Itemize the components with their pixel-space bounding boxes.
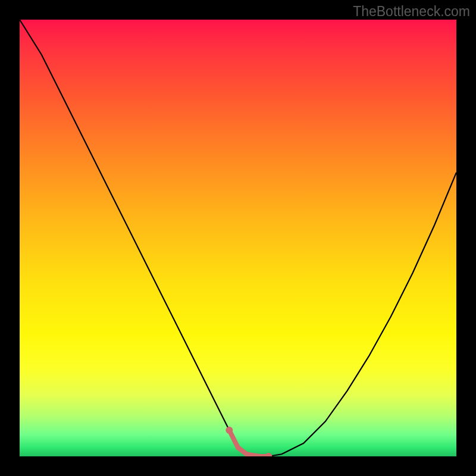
svg-point-3 [245, 452, 249, 456]
svg-point-2 [236, 445, 240, 450]
bottleneck-curve [20, 20, 456, 456]
chart-plot-area [20, 20, 456, 456]
watermark-text: TheBottleneck.com [353, 4, 470, 20]
svg-point-1 [265, 453, 272, 456]
svg-point-0 [226, 427, 233, 434]
